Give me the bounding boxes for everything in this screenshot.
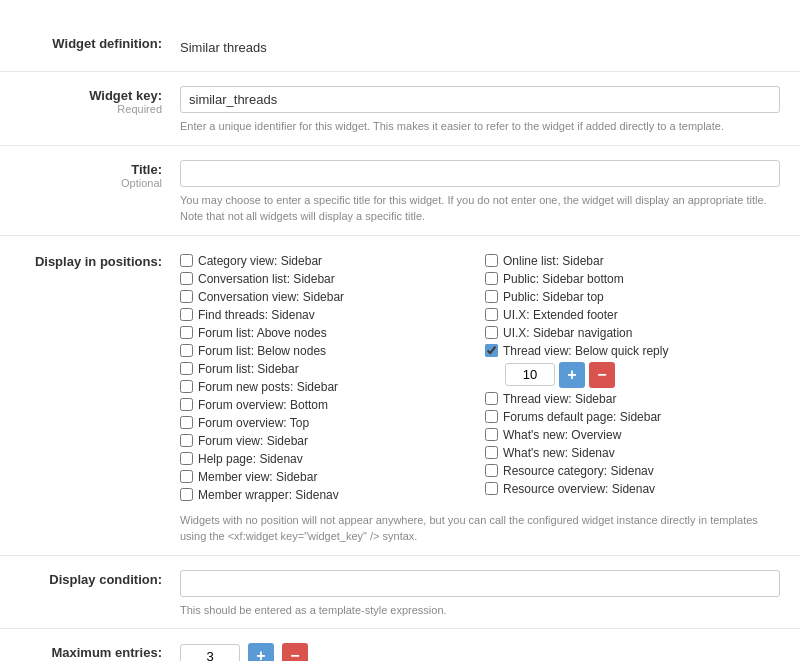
- list-item: Resource category: Sidenav: [485, 464, 780, 478]
- title-help: You may choose to enter a specific title…: [180, 192, 780, 225]
- checkbox-thread-view-sidebar[interactable]: [485, 392, 498, 405]
- list-item: UI.X: Extended footer: [485, 308, 780, 322]
- max-entries-minus-button[interactable]: −: [282, 643, 308, 661]
- list-item: Forum overview: Top: [180, 416, 475, 430]
- checkbox-help-page-sidenav[interactable]: [180, 452, 193, 465]
- max-entries-input[interactable]: [180, 644, 240, 662]
- checkbox-forum-new-posts-sidebar[interactable]: [180, 380, 193, 393]
- list-item: What's new: Overview: [485, 428, 780, 442]
- checkbox-public-sidebar-bottom[interactable]: [485, 272, 498, 285]
- checkbox-forum-overview-top[interactable]: [180, 416, 193, 429]
- checkbox-resource-overview-sidenav[interactable]: [485, 482, 498, 495]
- list-item: Forum list: Above nodes: [180, 326, 475, 340]
- widget-definition-label: Widget definition:: [20, 30, 180, 51]
- max-entries-control: + −: [180, 643, 780, 661]
- max-entries-label: Maximum entries:: [20, 639, 180, 660]
- list-item: Forum new posts: Sidebar: [180, 380, 475, 394]
- list-item: Conversation list: Sidebar: [180, 272, 475, 286]
- list-item: What's new: Sidenav: [485, 446, 780, 460]
- max-entries-row: Maximum entries: + −: [0, 629, 800, 661]
- list-item: Forum overview: Bottom: [180, 398, 475, 412]
- list-item: Conversation view: Sidebar: [180, 290, 475, 304]
- quick-reply-minus-button[interactable]: −: [589, 362, 615, 388]
- positions-grid: Category view: Sidebar Conversation list…: [180, 254, 780, 506]
- list-item: UI.X: Sidebar navigation: [485, 326, 780, 340]
- list-item: Online list: Sidebar: [485, 254, 780, 268]
- widget-key-required: Required: [20, 103, 162, 115]
- checkbox-uix-extended-footer[interactable]: [485, 308, 498, 321]
- positions-left-col: Category view: Sidebar Conversation list…: [180, 254, 475, 506]
- list-item: Public: Sidebar top: [485, 290, 780, 304]
- checkbox-thread-view-below-quick-reply[interactable]: [485, 344, 498, 357]
- checkbox-forum-list-sidebar[interactable]: [180, 362, 193, 375]
- display-condition-content: This should be entered as a template-sty…: [180, 566, 780, 619]
- display-condition-label: Display condition:: [20, 566, 180, 587]
- positions-row: Display in positions: Category view: Sid…: [0, 236, 800, 556]
- list-item: Category view: Sidebar: [180, 254, 475, 268]
- checkbox-cat-sidebar[interactable]: [180, 254, 193, 267]
- checkbox-uix-sidebar-nav[interactable]: [485, 326, 498, 339]
- widget-definition-value: Similar threads: [180, 34, 780, 61]
- widget-key-label: Widget key: Required: [20, 82, 180, 115]
- display-condition-input[interactable]: [180, 570, 780, 597]
- title-optional: Optional: [20, 177, 162, 189]
- positions-content: Category view: Sidebar Conversation list…: [180, 246, 780, 545]
- max-entries-plus-button[interactable]: +: [248, 643, 274, 661]
- list-item: Member wrapper: Sidenav: [180, 488, 475, 502]
- list-item: Resource overview: Sidenav: [485, 482, 780, 496]
- widget-key-help: Enter a unique identifier for this widge…: [180, 118, 780, 135]
- list-item: Find threads: Sidenav: [180, 308, 475, 322]
- list-item: Public: Sidebar bottom: [485, 272, 780, 286]
- checkbox-forum-above-nodes[interactable]: [180, 326, 193, 339]
- quick-reply-plus-button[interactable]: +: [559, 362, 585, 388]
- checkbox-forum-view-sidebar[interactable]: [180, 434, 193, 447]
- checkbox-public-sidebar-top[interactable]: [485, 290, 498, 303]
- display-condition-help: This should be entered as a template-sty…: [180, 602, 780, 619]
- widget-key-input[interactable]: [180, 86, 780, 113]
- positions-note: Widgets with no position will not appear…: [180, 512, 780, 545]
- list-item: Forum list: Sidebar: [180, 362, 475, 376]
- checkbox-conv-list-sidebar[interactable]: [180, 272, 193, 285]
- max-entries-content: + −: [180, 639, 780, 661]
- checkbox-conv-view-sidebar[interactable]: [180, 290, 193, 303]
- checkbox-whats-new-sidenav[interactable]: [485, 446, 498, 459]
- list-item: Forum list: Below nodes: [180, 344, 475, 358]
- checkbox-whats-new-overview[interactable]: [485, 428, 498, 441]
- positions-right-col: Online list: Sidebar Public: Sidebar bot…: [485, 254, 780, 506]
- checkbox-member-view-sidebar[interactable]: [180, 470, 193, 483]
- checkbox-resource-cat-sidenav[interactable]: [485, 464, 498, 477]
- widget-key-row: Widget key: Required Enter a unique iden…: [0, 72, 800, 146]
- positions-label: Display in positions:: [20, 246, 180, 269]
- list-item: Forums default page: Sidebar: [485, 410, 780, 424]
- list-item: Thread view: Sidebar: [485, 392, 780, 406]
- display-condition-row: Display condition: This should be entere…: [0, 556, 800, 630]
- list-item: Member view: Sidebar: [180, 470, 475, 484]
- title-label: Title: Optional: [20, 156, 180, 189]
- widget-definition-row: Widget definition: Similar threads: [0, 20, 800, 72]
- quick-reply-number-input[interactable]: [505, 363, 555, 386]
- list-item: Forum view: Sidebar: [180, 434, 475, 448]
- checkbox-forum-overview-bottom[interactable]: [180, 398, 193, 411]
- title-row: Title: Optional You may choose to enter …: [0, 146, 800, 236]
- title-content: You may choose to enter a specific title…: [180, 156, 780, 225]
- checkbox-find-threads-sidenav[interactable]: [180, 308, 193, 321]
- widget-definition-content: Similar threads: [180, 30, 780, 61]
- title-input[interactable]: [180, 160, 780, 187]
- widget-key-content: Enter a unique identifier for this widge…: [180, 82, 780, 135]
- checkbox-forum-below-nodes[interactable]: [180, 344, 193, 357]
- list-item: Help page: Sidenav: [180, 452, 475, 466]
- checkbox-online-list-sidebar[interactable]: [485, 254, 498, 267]
- quick-reply-control: + −: [505, 362, 780, 388]
- checkbox-forums-default-sidebar[interactable]: [485, 410, 498, 423]
- checkbox-member-wrapper-sidenav[interactable]: [180, 488, 193, 501]
- list-item: Thread view: Below quick reply: [485, 344, 780, 358]
